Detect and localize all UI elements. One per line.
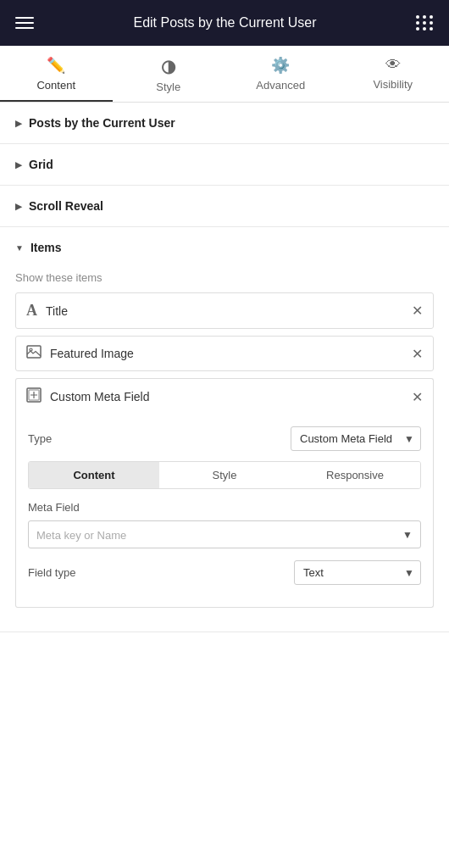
meta-key-wrapper: ▼ Meta key or Name xyxy=(28,520,421,548)
item-custom-meta-label: Custom Meta Field xyxy=(50,390,412,403)
type-select[interactable]: Custom Meta Field Title Featured Image xyxy=(291,426,421,451)
tab-advanced[interactable]: ⚙️ Advanced xyxy=(224,46,337,102)
show-items-label: Show these items xyxy=(15,268,434,284)
tab-style-label: Style xyxy=(156,81,180,93)
section-posts-header[interactable]: ▶ Posts by the Current User xyxy=(0,103,449,143)
image-icon xyxy=(26,345,42,362)
meta-key-select[interactable] xyxy=(28,520,421,548)
list-item-featured-image: Featured Image ✕ xyxy=(15,336,434,371)
custom-meta-icon xyxy=(26,387,42,406)
section-grid-header[interactable]: ▶ Grid xyxy=(0,144,449,185)
sub-tab-content-label: Content xyxy=(73,469,114,481)
field-type-row: Field type Text Number Image URL ▼ xyxy=(28,560,421,585)
menu-button[interactable] xyxy=(15,17,34,29)
list-item-custom-meta-field: Custom Meta Field ✕ xyxy=(15,378,434,415)
meta-field-label: Meta Field xyxy=(28,501,421,514)
sub-tab-style-label: Style xyxy=(213,469,237,481)
custom-meta-panel: Type Custom Meta Field Title Featured Im… xyxy=(15,415,434,608)
section-scroll-reveal-label: Scroll Reveal xyxy=(29,199,103,213)
tab-content[interactable]: ✏️ Content xyxy=(0,46,113,102)
tab-advanced-label: Advanced xyxy=(256,79,305,92)
app-header: Edit Posts by the Current User xyxy=(0,0,449,46)
item-title-label: Title xyxy=(46,304,412,318)
remove-custom-meta-button[interactable]: ✕ xyxy=(412,389,423,405)
section-grid: ▶ Grid xyxy=(0,144,449,186)
style-icon: ◑ xyxy=(161,56,175,76)
tab-visibility[interactable]: 👁 Visibility xyxy=(337,46,450,102)
tab-visibility-label: Visibility xyxy=(373,78,413,91)
gear-icon: ⚙️ xyxy=(271,56,290,75)
section-posts-label: Posts by the Current User xyxy=(29,116,175,130)
sub-tab-responsive-label: Responsive xyxy=(326,469,384,481)
arrow-right-icon: ▶ xyxy=(15,202,22,211)
arrow-right-icon: ▶ xyxy=(15,160,22,170)
eye-icon: 👁 xyxy=(385,56,401,74)
list-item-title: A Title ✕ xyxy=(15,292,434,329)
type-label: Type xyxy=(28,432,52,445)
field-type-label: Field type xyxy=(28,566,75,579)
section-items-label: Items xyxy=(30,241,62,254)
sub-tab-responsive[interactable]: Responsive xyxy=(290,462,420,488)
pencil-icon: ✏️ xyxy=(47,56,65,75)
field-type-select[interactable]: Text Number Image URL xyxy=(294,560,421,585)
header-title: Edit Posts by the Current User xyxy=(34,15,416,31)
main-tabs: ✏️ Content ◑ Style ⚙️ Advanced 👁 Visibil… xyxy=(0,46,449,103)
section-scroll-reveal-header[interactable]: ▶ Scroll Reveal xyxy=(0,186,449,226)
item-featured-image-label: Featured Image xyxy=(50,347,412,360)
arrow-down-icon: ▼ xyxy=(15,243,24,253)
field-type-select-wrapper: Text Number Image URL ▼ xyxy=(294,560,421,585)
remove-featured-image-button[interactable]: ✕ xyxy=(412,346,423,362)
text-icon: A xyxy=(26,302,37,320)
sub-tab-style[interactable]: Style xyxy=(159,462,290,488)
arrow-right-icon: ▶ xyxy=(15,119,22,128)
section-scroll-reveal: ▶ Scroll Reveal xyxy=(0,186,449,227)
type-select-wrapper: Custom Meta Field Title Featured Image ▼ xyxy=(291,426,421,451)
remove-title-button[interactable]: ✕ xyxy=(412,303,423,319)
apps-button[interactable] xyxy=(416,15,434,31)
tab-style[interactable]: ◑ Style xyxy=(113,46,225,102)
type-field-row: Type Custom Meta Field Title Featured Im… xyxy=(28,426,421,451)
sub-tab-content[interactable]: Content xyxy=(29,462,159,488)
section-posts: ▶ Posts by the Current User xyxy=(0,103,449,144)
section-items-header[interactable]: ▼ Items xyxy=(0,227,449,268)
section-items: ▼ Items Show these items A Title ✕ Featu… xyxy=(0,227,449,632)
svg-point-1 xyxy=(30,348,32,351)
sub-tabs: Content Style Responsive xyxy=(28,461,421,489)
items-content: Show these items A Title ✕ Featured Imag… xyxy=(0,268,449,632)
section-grid-label: Grid xyxy=(29,158,53,171)
tab-content-label: Content xyxy=(36,79,75,92)
